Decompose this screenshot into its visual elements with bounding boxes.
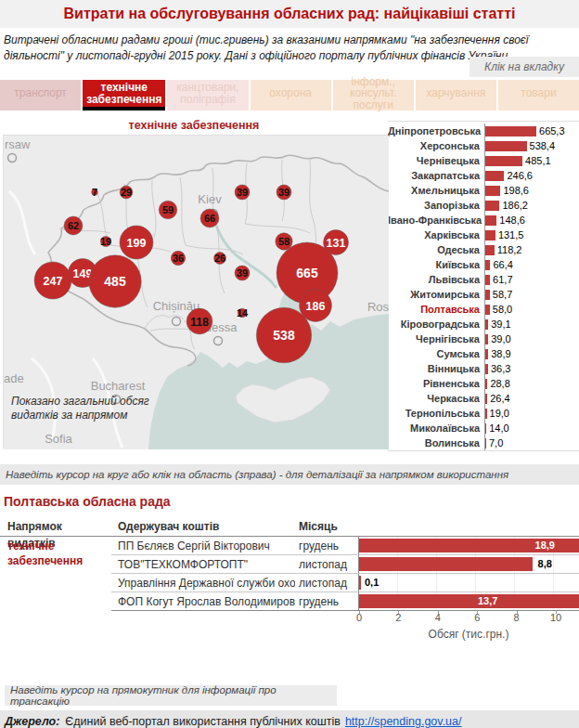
region-label[interactable]: Харківська [388, 229, 484, 240]
region-label[interactable]: Сумська [388, 348, 484, 359]
transaction-bar[interactable] [359, 594, 579, 608]
axis-tick-label: 4 [435, 612, 441, 623]
source-link[interactable]: http://spending.gov.ua/ [345, 715, 462, 728]
tab-transport[interactable]: транспорт [0, 80, 81, 110]
region-label[interactable]: Житомирська [388, 289, 484, 300]
region-row[interactable]: Херсонська538,4 [388, 138, 579, 153]
region-label[interactable]: Хмельницька [388, 185, 484, 196]
region-label[interactable]: Волинська [388, 437, 484, 448]
region-bar[interactable] [485, 215, 496, 226]
region-label[interactable]: Київська [388, 259, 484, 270]
region-label[interactable]: Миколаївська [388, 422, 484, 434]
region-row[interactable]: Волинська7,0 [388, 436, 579, 450]
bubble-value: 26 [214, 253, 225, 264]
axis-tick-label: 0 [356, 612, 362, 623]
region-bar[interactable] [485, 334, 488, 344]
region-bar[interactable] [485, 275, 490, 285]
region-bar-cell: 58,0 [484, 302, 579, 317]
region-bar-cell: 118,2 [484, 242, 579, 257]
source-text: Єдиний веб-портал використання публічних… [65, 715, 341, 728]
region-label[interactable]: Тернопільська [388, 408, 484, 419]
region-row[interactable]: Житомирська58,7 [388, 287, 579, 302]
region-label[interactable]: Закарпатська [388, 170, 484, 181]
region-label[interactable]: Черкаська [388, 393, 484, 404]
region-row[interactable]: Чернігівська39,0 [388, 332, 579, 346]
region-label[interactable]: Івано-Франківська [388, 214, 484, 226]
region-bar[interactable] [485, 141, 527, 151]
region-row[interactable]: Харківська131,5 [388, 228, 579, 242]
region-bar[interactable] [485, 305, 490, 315]
region-bar[interactable] [485, 230, 495, 240]
tab-stationery[interactable]: канцтовари, поліграфія [167, 80, 248, 110]
region-bar-cell: 148,6 [484, 213, 579, 228]
region-row[interactable]: Дніпропетровська665,3 [388, 124, 579, 138]
region-bar-cell: 19,0 [484, 406, 579, 421]
detail-title: Полтавська обласна рада [4, 494, 579, 511]
month-cell: грудень [295, 592, 358, 611]
region-bar[interactable] [485, 186, 500, 196]
region-value: 7,0 [489, 437, 503, 448]
region-bar[interactable] [485, 364, 488, 374]
region-row[interactable]: Запорізька186,2 [388, 198, 579, 213]
region-bar[interactable] [485, 260, 490, 270]
region-bar[interactable] [485, 379, 487, 389]
region-bar[interactable] [485, 349, 488, 359]
region-row[interactable]: Закарпатська246,6 [388, 168, 579, 183]
tab-info-consult[interactable]: інформ., консульт. послуги [333, 80, 414, 110]
region-bar[interactable] [485, 438, 486, 448]
region-row[interactable]: Київська66,4 [388, 257, 579, 272]
region-bar[interactable] [485, 156, 522, 166]
region-label[interactable]: Одеська [388, 244, 484, 255]
transaction-bar-cell: 18,9 [358, 537, 579, 555]
region-label[interactable]: Чернігівська [388, 333, 484, 344]
ukraine-bubble-map[interactable]: rsawKievChișinăuOdessaBucharestSofiaadeR… [3, 135, 388, 448]
region-label[interactable]: Полтавська [388, 304, 484, 315]
region-label[interactable]: Рівненська [388, 378, 484, 389]
region-row[interactable]: Миколаївська14,0 [388, 421, 579, 436]
region-label[interactable]: Вінницька [388, 363, 484, 374]
region-row[interactable]: Сумська38,9 [388, 346, 579, 361]
region-value: 538,4 [530, 140, 556, 151]
region-row[interactable]: Вінницька36,3 [388, 361, 579, 376]
region-bar[interactable] [485, 245, 495, 255]
tab-tech-support[interactable]: технічне забезпечення [83, 80, 165, 110]
region-bar[interactable] [485, 394, 487, 404]
region-label[interactable]: Чернівецька [388, 155, 484, 166]
region-row[interactable]: Полтавська58,0 [388, 302, 579, 317]
region-row[interactable]: Чернівецька485,1 [388, 153, 579, 168]
transaction-bar[interactable] [359, 576, 361, 590]
region-row[interactable]: Кіровоградська39,1 [388, 317, 579, 332]
region-bar[interactable] [485, 126, 536, 136]
tab-goods[interactable]: товари [498, 80, 579, 110]
region-bar[interactable] [485, 171, 504, 181]
region-bar[interactable] [485, 409, 487, 419]
region-value: 58,7 [493, 289, 512, 300]
region-label[interactable]: Львівська [388, 274, 484, 285]
region-row[interactable]: Черкаська26,4 [388, 391, 579, 406]
map-title: технічне забезпечення [0, 119, 388, 135]
region-row[interactable]: Рівненська28,8 [388, 376, 579, 391]
region-bar-cell: 665,3 [484, 124, 579, 138]
tab-security[interactable]: охорона [251, 80, 331, 110]
region-row[interactable]: Одеська118,2 [388, 242, 579, 257]
region-label[interactable]: Кіровоградська [388, 318, 484, 330]
region-bar[interactable] [485, 319, 488, 330]
region-label[interactable]: Херсонська [388, 140, 484, 151]
transaction-bar[interactable] [359, 557, 533, 571]
region-label[interactable]: Запорізька [388, 200, 484, 211]
axis-row: 0246810 [0, 611, 579, 625]
region-bar-cell: 38,9 [484, 346, 579, 361]
bubble-value: 39 [237, 187, 248, 198]
region-row[interactable]: Тернопільська19,0 [388, 406, 579, 421]
bubble-value: 118 [190, 316, 209, 329]
tab-catering[interactable]: харчування [416, 80, 496, 110]
region-row[interactable]: Івано-Франківська148,6 [388, 213, 579, 228]
region-bar[interactable] [485, 290, 490, 300]
region-bar[interactable] [485, 201, 499, 211]
map-hint-text: Наведіть курсор на круг або клік на обла… [6, 469, 508, 480]
region-bar[interactable] [485, 423, 486, 434]
region-label[interactable]: Дніпропетровська [388, 125, 484, 136]
region-row[interactable]: Львівська61,7 [388, 272, 579, 287]
region-bar-cell: 58,7 [484, 287, 579, 302]
region-row[interactable]: Хмельницька198,6 [388, 183, 579, 198]
